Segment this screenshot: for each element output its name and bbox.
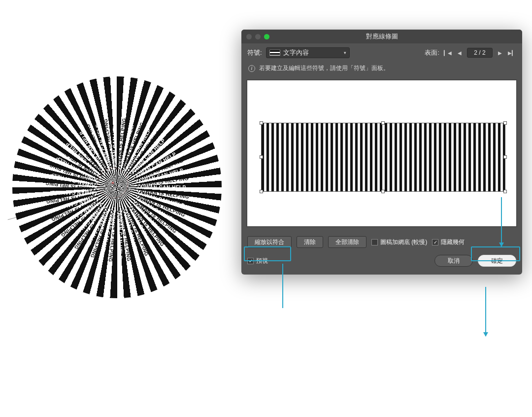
pager-last-icon[interactable]: ▶▎ xyxy=(507,48,516,57)
info-row: i 若要建立及編輯這些符號，請使用「符號」面板。 xyxy=(241,62,522,77)
handle-icon[interactable] xyxy=(260,121,263,125)
spoke-text: TAIWAN CAN HELP xyxy=(49,172,98,190)
callout-arrow-icon xyxy=(282,264,283,308)
clear-button[interactable]: 清除 xyxy=(297,236,323,248)
spoke-text: TAIWAN CAN HELP xyxy=(82,207,112,252)
spoke-text: TAIWAN CAN HELP xyxy=(94,123,112,173)
spoke-text: TAIWAN CAN HELP xyxy=(132,151,177,180)
scale-to-fit-button[interactable]: 縮放以符合 xyxy=(247,236,292,248)
checkbox-icon xyxy=(247,258,254,264)
handle-icon[interactable] xyxy=(260,190,263,193)
spoke-text: TAIWAN IS HELPING xyxy=(107,209,120,262)
dialog-title: 對應線條圖 xyxy=(241,32,522,41)
spoke-text: TAIWAN CAN HELP xyxy=(137,185,186,190)
cancel-button[interactable]: 取消 xyxy=(434,255,473,267)
pager-prev-icon[interactable]: ◀ xyxy=(455,48,464,57)
titlebar: 對應線條圖 xyxy=(241,30,522,43)
ok-button[interactable]: 確定 xyxy=(478,255,516,267)
checkbox-icon xyxy=(371,239,378,245)
handle-icon[interactable] xyxy=(503,155,507,159)
window-controls xyxy=(246,34,269,39)
spoke-text: TAIWAN IS HELPING xyxy=(133,198,177,235)
pager-value[interactable]: 2 / 2 xyxy=(467,48,493,58)
spoke-text: TAIWAN CAN HELP xyxy=(55,155,100,185)
spoke-text: TAIWAN IS HELPING xyxy=(114,118,127,171)
shade-artwork-checkbox[interactable]: 圖稿加網底 (較慢) xyxy=(371,238,427,246)
spoke-text: TAIWAN IS HELPING xyxy=(135,193,186,218)
symbol-swatch-icon xyxy=(269,50,280,56)
spoke-text: TAIWAN IS HELPING xyxy=(57,146,101,182)
spoke-text: TAIWAN IS HELPING xyxy=(50,197,101,222)
spoke-text: TAIWAN IS HELPING xyxy=(120,121,145,172)
handle-icon[interactable] xyxy=(260,155,263,159)
spoke-text: TAIWAN IS HELPING xyxy=(45,180,98,193)
preview-label: 預視 xyxy=(256,257,268,265)
radial-text-disc: TAIWAN CAN HELPTAIWAN IS HELPINGTAIWAN C… xyxy=(12,76,222,298)
handle-icon[interactable] xyxy=(503,190,507,193)
spoke-text: TAIWAN IS HELPING xyxy=(85,123,110,174)
surface-pager: ▎◀ ◀ 2 / 2 ▶ ▶▎ xyxy=(443,48,516,58)
spoke-text: TAIWAN CAN HELP xyxy=(50,195,100,213)
hide-geometry-label: 隱藏幾何 xyxy=(441,238,465,246)
spoke-text: TAIWAN IS HELPING xyxy=(89,208,114,259)
callout-arrow-icon xyxy=(501,197,502,246)
spoke-text: TAIWAN CAN HELP xyxy=(117,122,135,171)
spoke-text: TAIWAN IS HELPING xyxy=(136,187,189,200)
spoke-text: TAIWAN CAN HELP xyxy=(48,190,97,195)
spoke-text: TAIWAN CAN HELP xyxy=(117,210,122,259)
spoke-text: TAIWAN IS HELPING xyxy=(130,142,174,178)
spoke-text: TAIWAN IS HELPING xyxy=(129,203,165,247)
spoke-text: TAIWAN CAN HELP xyxy=(122,128,152,173)
handle-icon[interactable] xyxy=(381,190,385,193)
spoke-text: TAIWAN CAN HELP xyxy=(68,204,107,243)
callout-arrow-icon xyxy=(485,287,486,336)
traffic-zoom[interactable] xyxy=(264,34,269,39)
spoke-text: TAIWAN IS HELPING xyxy=(119,209,132,262)
chevron-down-icon: ▾ xyxy=(344,50,346,55)
spoke-text: TAIWAN IS HELPING xyxy=(136,175,189,188)
shade-artwork-label: 圖稿加網底 (較慢) xyxy=(380,238,427,246)
preview-area xyxy=(246,79,517,227)
spoke-text: TAIWAN IS HELPING xyxy=(48,162,99,187)
spoke-text: TAIWAN IS HELPING xyxy=(73,206,109,250)
spoke-text: TAIWAN CAN HELP xyxy=(99,209,117,258)
symbol-dropdown[interactable]: 文字內容 ▾ xyxy=(266,47,350,58)
preview-checkbox[interactable]: 預視 xyxy=(247,257,268,265)
handle-icon[interactable] xyxy=(381,121,385,125)
hide-geometry-checkbox[interactable]: 隱藏幾何 xyxy=(432,238,465,246)
spoke-text: TAIWAN CAN HELP xyxy=(127,138,166,176)
button-row-primary: 縮放以符合 清除 全部清除 圖稿加網底 (較慢) 隱藏幾何 xyxy=(241,233,522,251)
spoke-text: TAIWAN IS HELPING xyxy=(45,192,98,205)
spoke-text: TAIWAN CAN HELP xyxy=(131,200,169,239)
spoke-text: TAIWAN IS HELPING xyxy=(60,202,104,238)
spoke-text: TAIWAN CAN HELP xyxy=(136,190,185,208)
symbol-selected-name: 文字內容 xyxy=(283,48,309,57)
checkbox-icon xyxy=(432,239,438,245)
map-art-dialog: 對應線條圖 符號: 文字內容 ▾ 表面: ▎◀ ◀ 2 / 2 ▶ ▶▎ i 若… xyxy=(241,30,522,275)
button-row-footer: 預視 取消 確定 xyxy=(241,251,522,275)
spoke-text: TAIWAN CAN HELP xyxy=(65,141,103,180)
spoke-text: TAIWAN CAN HELP xyxy=(134,195,179,225)
handle-icon[interactable] xyxy=(503,121,507,125)
traffic-close[interactable] xyxy=(246,34,252,39)
traffic-minimize[interactable] xyxy=(255,34,261,39)
spoke-text: TAIWAN IS HELPING xyxy=(125,130,162,174)
info-text: 若要建立及編輯這些符號，請使用「符號」面板。 xyxy=(259,64,389,72)
spoke-text: TAIWAN CAN HELP xyxy=(134,167,184,185)
spoke-text: TAIWAN CAN HELP xyxy=(127,205,156,250)
pager-next-icon[interactable]: ▶ xyxy=(496,48,504,57)
clear-all-button[interactable]: 全部清除 xyxy=(328,236,366,248)
canvas-artwork: TAIWAN CAN HELPTAIWAN IS HELPINGTAIWAN C… xyxy=(12,76,222,298)
spoke-text: TAIWAN CAN HELP xyxy=(112,121,117,170)
mapped-art-preview[interactable] xyxy=(261,123,505,192)
symbol-label: 符號: xyxy=(247,48,262,57)
info-icon: i xyxy=(248,65,255,72)
pattern-fill xyxy=(262,123,505,191)
pager-first-icon[interactable]: ▎◀ xyxy=(443,48,452,57)
spoke-text: TAIWAN IS HELPING xyxy=(124,206,149,257)
spoke-text: TAIWAN CAN HELP xyxy=(78,130,107,175)
surface-label: 表面: xyxy=(425,48,439,57)
spoke-text: TAIWAN IS HELPING xyxy=(69,133,105,177)
spoke-text: TAIWAN IS HELPING xyxy=(102,118,115,171)
spoke-text: TAIWAN IS HELPING xyxy=(133,158,184,183)
